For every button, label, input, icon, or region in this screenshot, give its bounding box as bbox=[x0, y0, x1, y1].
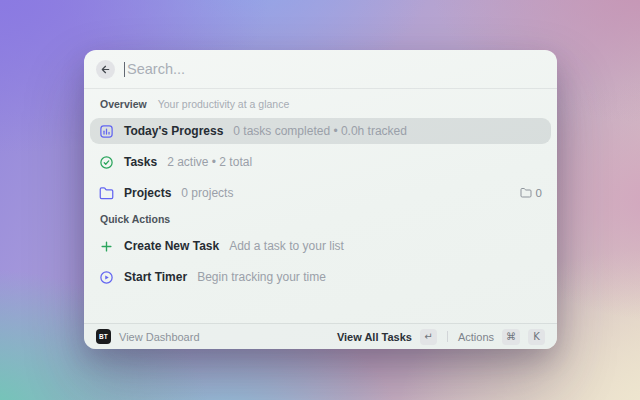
row-title: Tasks bbox=[124, 155, 157, 169]
command-palette-window: Search... Overview Your productivity at … bbox=[84, 50, 557, 349]
row-subtitle: Begin tracking your time bbox=[197, 270, 326, 284]
command-key-icon: ⌘ bbox=[502, 329, 520, 345]
check-circle-icon bbox=[99, 155, 114, 170]
plus-icon bbox=[99, 239, 114, 254]
result-row-projects[interactable]: Projects 0 projects 0 bbox=[90, 180, 551, 206]
section-label: Overview bbox=[100, 98, 147, 110]
k-key-icon: K bbox=[528, 329, 545, 345]
result-row-todays-progress[interactable]: Today's Progress 0 tasks completed • 0.0… bbox=[90, 118, 551, 144]
actions-button[interactable]: Actions bbox=[458, 331, 494, 343]
row-subtitle: 0 tasks completed • 0.0h tracked bbox=[233, 124, 407, 138]
section-header-quick-actions: Quick Actions bbox=[90, 213, 551, 228]
result-row-start-timer[interactable]: Start Timer Begin tracking your time bbox=[90, 264, 551, 290]
result-row-create-new-task[interactable]: Create New Task Add a task to your list bbox=[90, 233, 551, 259]
row-subtitle: 0 projects bbox=[181, 186, 233, 200]
search-placeholder: Search... bbox=[127, 61, 185, 77]
results-list: Overview Your productivity at a glance T… bbox=[84, 89, 557, 323]
folder-icon bbox=[99, 186, 114, 201]
text-caret bbox=[124, 62, 125, 77]
play-circle-icon bbox=[99, 270, 114, 285]
back-button[interactable] bbox=[96, 60, 115, 79]
arrow-left-icon bbox=[100, 64, 111, 75]
bar-chart-icon bbox=[99, 124, 114, 139]
project-count-badge: 0 bbox=[520, 187, 542, 199]
footer-divider bbox=[447, 331, 448, 342]
search-bar: Search... bbox=[84, 50, 557, 89]
row-title: Projects bbox=[124, 186, 171, 200]
section-subtitle: Your productivity at a glance bbox=[158, 98, 290, 110]
view-dashboard-label[interactable]: View Dashboard bbox=[119, 331, 200, 343]
section-label: Quick Actions bbox=[100, 213, 170, 225]
row-subtitle: 2 active • 2 total bbox=[167, 155, 252, 169]
row-subtitle: Add a task to your list bbox=[229, 239, 344, 253]
row-title: Start Timer bbox=[124, 270, 187, 284]
row-title: Today's Progress bbox=[124, 124, 223, 138]
app-logo: BT bbox=[96, 329, 111, 344]
result-row-tasks[interactable]: Tasks 2 active • 2 total bbox=[90, 149, 551, 175]
return-key-icon: ↵ bbox=[420, 329, 437, 345]
footer-bar: BT View Dashboard View All Tasks ↵ Actio… bbox=[84, 323, 557, 349]
project-count-value: 0 bbox=[536, 187, 542, 199]
view-all-tasks-button[interactable]: View All Tasks bbox=[337, 331, 412, 343]
row-title: Create New Task bbox=[124, 239, 219, 253]
section-header-overview: Overview Your productivity at a glance bbox=[90, 98, 551, 113]
search-input[interactable]: Search... bbox=[124, 61, 545, 77]
folder-small-icon bbox=[520, 187, 532, 199]
